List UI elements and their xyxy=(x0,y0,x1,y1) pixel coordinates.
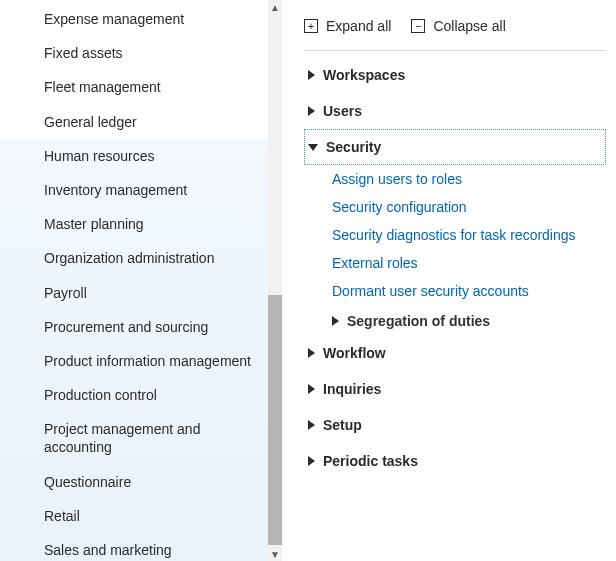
section-label: Setup xyxy=(323,417,362,433)
section-tree: WorkspacesUsersSecurityAssign users to r… xyxy=(304,51,606,479)
module-list: Expense managementFixed assetsFleet mana… xyxy=(0,0,282,561)
expand-icon: + xyxy=(304,19,318,33)
sidebar-scrollbar[interactable]: ▲ ▼ xyxy=(268,0,282,561)
expand-all-button[interactable]: + Expand all xyxy=(304,18,391,34)
expand-all-label: Expand all xyxy=(326,18,391,34)
nav-link[interactable]: Security diagnostics for task recordings xyxy=(332,221,606,249)
sidebar-item[interactable]: Payroll xyxy=(0,276,282,310)
nav-link[interactable]: Assign users to roles xyxy=(332,165,606,193)
section-header[interactable]: Workflow xyxy=(304,335,606,371)
section-label: Workspaces xyxy=(323,67,405,83)
sidebar-item[interactable]: Fixed assets xyxy=(0,36,282,70)
section-label: Users xyxy=(323,103,362,119)
caret-right-icon xyxy=(308,70,315,80)
sidebar-item[interactable]: Human resources xyxy=(0,139,282,173)
section-header[interactable]: Users xyxy=(304,93,606,129)
sidebar-item[interactable]: Organization administration xyxy=(0,241,282,275)
section-label: Security xyxy=(326,139,381,155)
sidebar-item[interactable]: Production control xyxy=(0,378,282,412)
section-children: Assign users to rolesSecurity configurat… xyxy=(304,165,606,335)
nav-link[interactable]: External roles xyxy=(332,249,606,277)
content-panel: + Expand all − Collapse all WorkspacesUs… xyxy=(282,0,616,561)
collapse-all-button[interactable]: − Collapse all xyxy=(411,18,505,34)
sub-section-header[interactable]: Segregation of duties xyxy=(332,305,606,335)
nav-link[interactable]: Dormant user security accounts xyxy=(332,277,606,305)
section-label: Inquiries xyxy=(323,381,381,397)
app-root: Expense managementFixed assetsFleet mana… xyxy=(0,0,616,561)
scrollbar-thumb[interactable] xyxy=(268,295,282,545)
collapse-all-label: Collapse all xyxy=(433,18,505,34)
nav-link[interactable]: Security configuration xyxy=(332,193,606,221)
section-header[interactable]: Workspaces xyxy=(304,57,606,93)
caret-right-icon xyxy=(308,384,315,394)
module-sidebar: Expense managementFixed assetsFleet mana… xyxy=(0,0,282,561)
sidebar-item[interactable]: Questionnaire xyxy=(0,465,282,499)
sidebar-item[interactable]: Sales and marketing xyxy=(0,533,282,561)
caret-down-icon xyxy=(308,144,318,151)
section-label: Periodic tasks xyxy=(323,453,418,469)
section-header[interactable]: Security xyxy=(304,129,606,165)
sidebar-item[interactable]: Expense management xyxy=(0,2,282,36)
section-header[interactable]: Setup xyxy=(304,407,606,443)
sub-section-label: Segregation of duties xyxy=(347,313,490,329)
section-header[interactable]: Inquiries xyxy=(304,371,606,407)
sidebar-item[interactable]: Product information management xyxy=(0,344,282,378)
sidebar-item[interactable]: Fleet management xyxy=(0,70,282,104)
panel-toolbar: + Expand all − Collapse all xyxy=(304,18,606,51)
section-label: Workflow xyxy=(323,345,386,361)
caret-right-icon xyxy=(308,348,315,358)
sidebar-item[interactable]: Retail xyxy=(0,499,282,533)
sidebar-item[interactable]: Procurement and sourcing xyxy=(0,310,282,344)
caret-right-icon xyxy=(332,316,339,326)
sidebar-item[interactable]: General ledger xyxy=(0,105,282,139)
sidebar-item[interactable]: Master planning xyxy=(0,207,282,241)
scrollbar-down-arrow-icon[interactable]: ▼ xyxy=(268,547,282,561)
sidebar-item[interactable]: Project management and accounting xyxy=(0,412,282,464)
caret-right-icon xyxy=(308,420,315,430)
collapse-icon: − xyxy=(411,19,425,33)
sidebar-item[interactable]: Inventory management xyxy=(0,173,282,207)
scrollbar-up-arrow-icon[interactable]: ▲ xyxy=(268,0,282,14)
section-header[interactable]: Periodic tasks xyxy=(304,443,606,479)
caret-right-icon xyxy=(308,106,315,116)
caret-right-icon xyxy=(308,456,315,466)
